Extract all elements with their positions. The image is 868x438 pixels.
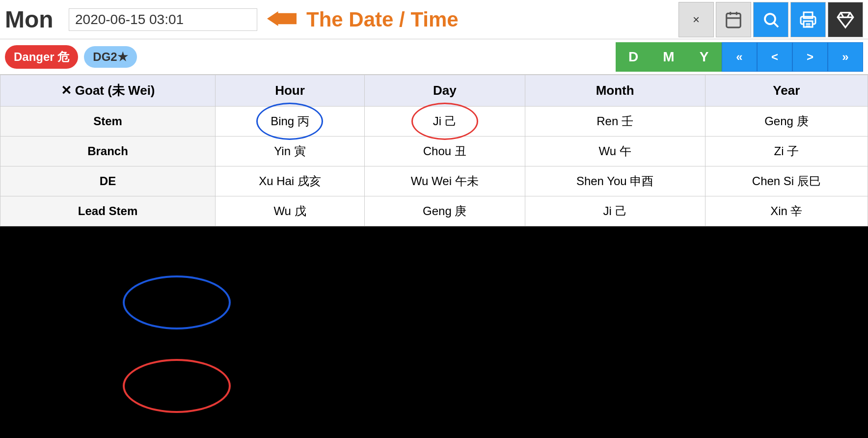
btn-y[interactable]: Y xyxy=(686,42,722,72)
cell-de-hour: Xu Hai 戌亥 xyxy=(216,166,365,196)
dmv-buttons: D M Y xyxy=(616,42,722,72)
header-buttons: × xyxy=(678,2,863,37)
row-branch-label: Branch xyxy=(0,137,216,166)
cell-branch-day: Chou 丑 xyxy=(364,137,525,166)
calendar-button[interactable] xyxy=(716,2,751,37)
cell-de-day: Wu Wei 午未 xyxy=(364,166,525,196)
btn-d[interactable]: D xyxy=(616,42,651,72)
nav-next-button[interactable]: > xyxy=(792,42,828,72)
cell-branch-month: Wu 午 xyxy=(525,137,705,166)
svg-marker-0 xyxy=(267,11,297,26)
nav-buttons: « < > » xyxy=(722,42,863,72)
cell-de-month: Shen You 申酉 xyxy=(525,166,705,196)
datetime-input[interactable] xyxy=(69,8,257,31)
black-section xyxy=(0,226,868,423)
nav-first-button[interactable]: « xyxy=(722,42,757,72)
diamond-button[interactable] xyxy=(828,2,863,37)
print-button[interactable] xyxy=(790,2,826,37)
table-row: Stem Bing 丙 Ji 己 Ren 壬 Geng 庚 xyxy=(0,107,868,137)
top-section: Mon The Date / Time × xyxy=(0,0,868,226)
svg-point-5 xyxy=(765,14,775,24)
cell-branch-hour: Yin 寅 xyxy=(216,137,365,166)
cell-leadstem-month: Ji 己 xyxy=(525,196,705,226)
dg2-badge[interactable]: DG2★ xyxy=(84,46,136,68)
cell-leadstem-year: Xin 辛 xyxy=(705,196,868,226)
day-label: Mon xyxy=(5,6,59,33)
close-button[interactable]: × xyxy=(678,2,714,37)
main-table: ✕ Goat (未 Wei) Hour Day Month Year Stem … xyxy=(0,75,868,226)
nav-prev-button[interactable]: < xyxy=(757,42,792,72)
danger-badge[interactable]: Danger 危 xyxy=(5,45,78,69)
col-year-header: Year xyxy=(705,75,868,107)
cell-leadstem-day: Geng 庚 xyxy=(364,196,525,226)
row-stem-label: Stem xyxy=(0,107,216,137)
nav-last-button[interactable]: » xyxy=(828,42,863,72)
cell-branch-year: Zi 子 xyxy=(705,137,868,166)
col-hour-header: Hour xyxy=(216,75,365,107)
cell-stem-hour: Bing 丙 xyxy=(216,107,365,137)
row-de-label: DE xyxy=(0,166,216,196)
sub-header-row: Danger 危 DG2★ D M Y « < > » xyxy=(0,39,868,75)
cell-stem-month: Ren 壬 xyxy=(525,107,705,137)
table-row: Lead Stem Wu 戊 Geng 庚 Ji 己 Xin 辛 xyxy=(0,196,868,226)
cell-de-year: Chen Si 辰巳 xyxy=(705,166,868,196)
red-ellipse-legend xyxy=(123,359,231,413)
cell-leadstem-hour: Wu 戊 xyxy=(216,196,365,226)
svg-rect-1 xyxy=(727,13,741,27)
search-button[interactable] xyxy=(753,2,788,37)
table-row: DE Xu Hai 戌亥 Wu Wei 午未 Shen You 申酉 Chen … xyxy=(0,166,868,196)
table-row: Branch Yin 寅 Chou 丑 Wu 午 Zi 子 xyxy=(0,137,868,166)
btn-m[interactable]: M xyxy=(651,42,686,72)
header-row: Mon The Date / Time × xyxy=(0,0,868,39)
page-title: The Date / Time xyxy=(306,8,459,31)
col-goat-label: ✕ Goat (未 Wei) xyxy=(0,75,216,107)
col-day-header: Day xyxy=(364,75,525,107)
cell-stem-year: Geng 庚 xyxy=(705,107,868,137)
left-arrow-icon xyxy=(267,9,297,30)
svg-line-6 xyxy=(774,23,778,27)
row-leadstem-label: Lead Stem xyxy=(0,196,216,226)
cell-stem-day: Ji 己 xyxy=(364,107,525,137)
col-month-header: Month xyxy=(525,75,705,107)
blue-ellipse-legend xyxy=(123,275,231,329)
